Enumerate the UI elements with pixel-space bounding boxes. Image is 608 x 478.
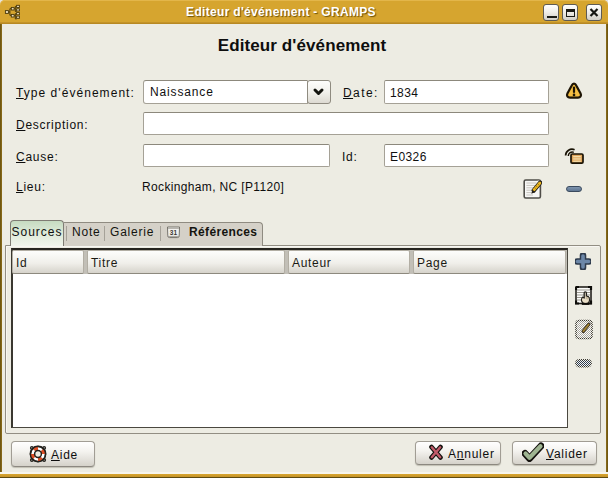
svg-text:31: 31 <box>170 229 178 236</box>
